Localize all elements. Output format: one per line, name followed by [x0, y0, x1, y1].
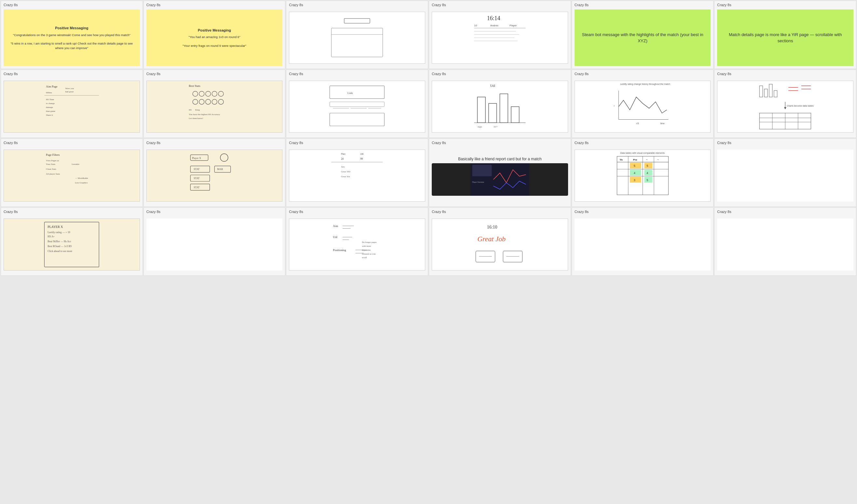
svg-text:Best  Stats: Best Stats [189, 84, 200, 87]
empty-23 [575, 219, 711, 271]
svg-rect-48 [511, 107, 519, 123]
svg-text:4: 4 [646, 171, 648, 175]
cell-21-title: Crazy 8s [286, 208, 428, 215]
sketch-10-svg: Util Apps 10/7 [432, 81, 568, 132]
svg-text:Share it: Share it [46, 114, 53, 116]
svg-text:Plan: Plan [341, 153, 346, 155]
svg-text:HS: HS [189, 109, 192, 111]
svg-point-27 [218, 91, 223, 97]
cell-11-title: Crazy 8s [572, 70, 713, 77]
report-card-text: Basically like a friend report card but … [432, 155, 568, 163]
sketch-9-svg: Link [289, 81, 425, 132]
sketch-4: 16:14 10 Andres Player [432, 12, 568, 64]
sketch-22-svg: 16:10 Great Job [432, 219, 568, 270]
cell-2-content: Positive Messaging "You had an amazing 1… [144, 8, 285, 69]
svg-rect-59 [764, 89, 768, 97]
svg-text:Apps: Apps [477, 125, 482, 128]
svg-text:King: King [195, 109, 200, 111]
svg-text:10: 10 [474, 24, 477, 27]
sketch-17-svg: Data tables with visual comparable eleme… [575, 150, 710, 201]
cell-2: Crazy 8s Positive Messaging "You had an … [144, 1, 286, 69]
cell-16: Crazy 8s Basically like a friend report … [429, 139, 571, 207]
svg-rect-1 [332, 28, 383, 57]
cell-8: Crazy 8s Best Stats HS King [144, 70, 286, 138]
svg-text:r/3: r/3 [636, 122, 639, 124]
sticky-note-2: Positive Messaging "You had an amazing 1… [147, 10, 283, 66]
cell-4-content: 16:14 10 Andres Player [429, 8, 571, 69]
dark-screenshot: Player Overview [432, 163, 568, 196]
cell-1: Crazy 8s Positive Messaging "Congratulat… [1, 1, 143, 69]
svg-rect-115 [629, 163, 641, 169]
cell-1-title: Crazy 8s [1, 1, 142, 8]
cell-22: Crazy 8s 16:10 Great Job [429, 207, 571, 276]
sketch-7-svg: Aim Page 600ms Wow you had great HS Time… [4, 81, 139, 132]
svg-text:Link: Link [348, 91, 353, 94]
svg-rect-39 [330, 102, 385, 107]
svg-text:Charts become data tables: Charts become data tables [787, 105, 814, 107]
svg-text:3: 3 [634, 178, 635, 182]
sketch-17: Data tables with visual comparable eleme… [575, 150, 711, 202]
cell-18: Crazy 8s [714, 139, 856, 207]
sketch-15-svg: Plan Util 24 99 Any Great TJD Great Xin [289, 150, 425, 201]
cell-2-title: Crazy 8s [144, 1, 285, 8]
svg-rect-85 [190, 166, 209, 172]
sketch-3 [289, 12, 425, 64]
sketch-21-svg: Aim Util Positioning Do longer pages wit… [289, 219, 425, 270]
cell-23-title: Crazy 8s [572, 208, 713, 215]
svg-text:Andres: Andres [490, 24, 499, 27]
svg-text:Util: Util [333, 236, 338, 239]
sticky-5-body: Steam bot message with the highlights of… [578, 32, 707, 44]
cell-21-content: Aim Util Positioning Do longer pages wit… [286, 215, 428, 275]
sketch-14: Player X STAT MAR STAT STAT [147, 150, 283, 202]
svg-text:released as you: released as you [362, 253, 376, 255]
empty-18 [717, 150, 853, 202]
svg-text:Util: Util [490, 84, 495, 87]
svg-text:16:10: 16:10 [487, 225, 498, 229]
cell-9-content: Link [286, 77, 428, 138]
sketch-8: Best Stats HS King You have the highest … [147, 81, 283, 133]
svg-text:time: time [660, 122, 665, 124]
sticky-1-header: Positive Messaging [55, 25, 88, 31]
svg-text:PLAYER X: PLAYER X [48, 225, 63, 229]
cell-19-title: Crazy 8s [1, 208, 142, 215]
svg-rect-117 [644, 163, 652, 169]
cell-9: Crazy 8s Link [286, 70, 428, 138]
sketch-15: Plan Util 24 99 Any Great TJD Great Xin [289, 150, 425, 202]
cell-22-title: Crazy 8s [429, 208, 571, 215]
svg-text:Util: Util [360, 153, 364, 155]
svg-point-28 [192, 99, 198, 104]
cell-4-title: Crazy 8s [429, 1, 571, 8]
cell-19: Crazy 8s PLAYER X Leetify rating — + 10 … [1, 207, 143, 276]
svg-rect-46 [489, 103, 497, 123]
cell-14-content: Player X STAT MAR STAT STAT [144, 146, 285, 207]
svg-text:Th: Th [620, 158, 623, 161]
sketch-13: Page Filters View Pages as Your Stats Le… [4, 150, 140, 202]
sketch-21: Aim Util Positioning Do longer pages wit… [289, 219, 425, 271]
svg-text:Pre: Pre [633, 158, 637, 161]
cell-24: Crazy 8s [714, 207, 856, 276]
svg-text:dopamine: dopamine [362, 249, 371, 251]
cell-16-title: Crazy 8s [429, 139, 571, 146]
cell-12-content: Charts become data tables [715, 77, 856, 138]
svg-rect-126 [644, 177, 652, 183]
svg-text:Page Filters: Page Filters [46, 153, 60, 156]
cell-7-content: Aim Page 600ms Wow you had great HS Time… [1, 77, 142, 138]
sketch-11: Leetify rating change history throughout… [575, 81, 711, 133]
svg-text:~: ~ [657, 158, 658, 161]
cell-9-title: Crazy 8s [286, 70, 428, 77]
cell-15: Crazy 8s Plan Util 24 99 Any Great TJD G… [286, 139, 428, 207]
svg-text:5: 5 [646, 178, 648, 182]
sticky-2-header: Positive Messaging [198, 28, 231, 33]
svg-text:Positioning: Positioning [333, 248, 347, 252]
sticky-note-5: Steam bot message with the highlights of… [575, 10, 711, 66]
svg-rect-61 [774, 91, 777, 97]
cell-19-content: PLAYER X Leetify rating — + 10 HS A+ Bea… [1, 215, 142, 275]
cell-3-title: Crazy 8s [286, 1, 428, 8]
svg-text:→ More&able: → More&able [75, 177, 88, 179]
sketch-12: Charts become data tables [717, 81, 853, 133]
svg-text:Aim  Page: Aim Page [46, 85, 57, 88]
cell-12-title: Crazy 8s [715, 70, 856, 77]
sticky-note-1: Positive Messaging "Congratulations on t… [4, 10, 140, 66]
sketch-9: Link [289, 81, 425, 133]
svg-text:HS A+: HS A+ [48, 235, 55, 238]
